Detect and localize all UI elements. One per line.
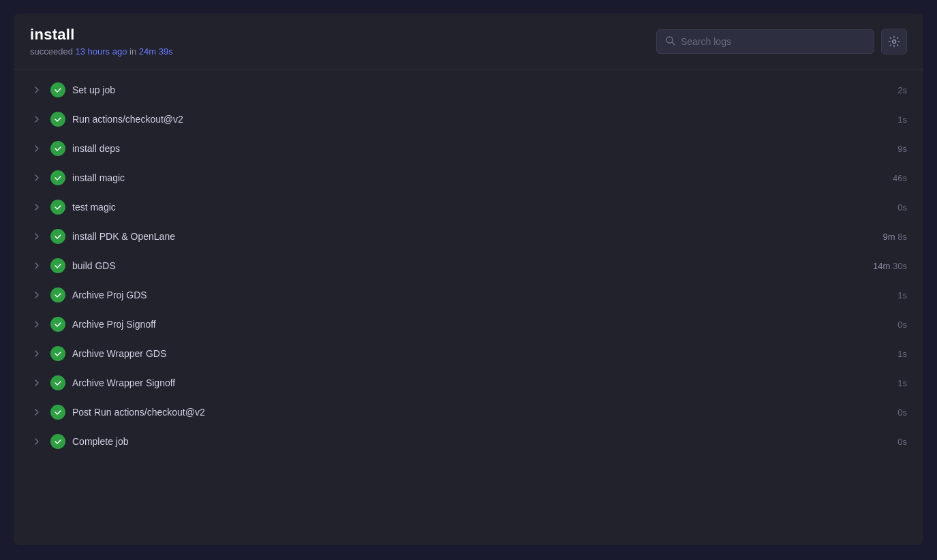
success-icon bbox=[50, 170, 65, 185]
job-duration: 1s bbox=[897, 290, 907, 300]
chevron-icon[interactable] bbox=[30, 230, 44, 243]
title-bold: all bbox=[57, 26, 74, 43]
job-duration: 0s bbox=[897, 437, 907, 447]
job-name: Archive Wrapper GDS bbox=[72, 348, 897, 359]
duration-seconds: 1s bbox=[897, 114, 907, 125]
job-duration: 0s bbox=[897, 320, 907, 330]
duration-seconds: 0s bbox=[897, 407, 907, 418]
status-text: succeeded bbox=[30, 46, 73, 57]
job-name: install magic bbox=[72, 172, 893, 183]
settings-button[interactable] bbox=[881, 29, 907, 55]
job-item[interactable]: Set up job 2s bbox=[19, 76, 918, 104]
duration-seconds: 1s bbox=[897, 349, 907, 359]
chevron-icon[interactable] bbox=[30, 200, 44, 214]
svg-point-2 bbox=[893, 40, 896, 43]
duration-seconds: 0s bbox=[897, 437, 907, 447]
chevron-icon[interactable] bbox=[30, 171, 44, 185]
success-icon bbox=[50, 346, 65, 361]
success-icon bbox=[50, 82, 65, 97]
search-box[interactable] bbox=[656, 29, 874, 54]
job-name: Archive Proj GDS bbox=[72, 290, 897, 300]
duration-seconds: 39s bbox=[159, 46, 173, 57]
duration-seconds: 0s bbox=[897, 320, 907, 330]
job-item[interactable]: install magic 46s bbox=[19, 164, 918, 192]
chevron-icon[interactable] bbox=[30, 142, 44, 155]
duration-seconds: 2s bbox=[897, 85, 907, 95]
job-duration: 0s bbox=[897, 202, 907, 213]
duration-minutes: 14m bbox=[873, 261, 890, 271]
search-icon bbox=[665, 35, 675, 48]
job-item[interactable]: test magic 0s bbox=[19, 193, 918, 221]
success-icon bbox=[50, 317, 65, 332]
duration-minutes: 24m bbox=[139, 46, 156, 57]
duration-seconds: 1s bbox=[897, 290, 907, 300]
chevron-icon[interactable] bbox=[30, 435, 44, 448]
job-name: Complete job bbox=[72, 436, 897, 447]
job-item[interactable]: Archive Wrapper Signoff 1s bbox=[19, 369, 918, 397]
job-item[interactable]: Complete job 0s bbox=[19, 427, 918, 456]
job-duration: 46s bbox=[893, 173, 907, 183]
success-icon bbox=[50, 229, 65, 244]
chevron-icon[interactable] bbox=[30, 405, 44, 419]
job-duration: 2s bbox=[897, 85, 907, 95]
job-duration: 0s bbox=[897, 407, 907, 418]
chevron-icon[interactable] bbox=[30, 83, 44, 97]
job-name: Run actions/checkout@v2 bbox=[72, 114, 897, 125]
job-duration: 9s bbox=[897, 144, 907, 154]
success-icon bbox=[50, 434, 65, 449]
chevron-icon[interactable] bbox=[30, 259, 44, 273]
job-name: install deps bbox=[72, 143, 897, 154]
duration-seconds: 46s bbox=[893, 173, 907, 183]
success-icon bbox=[50, 200, 65, 215]
job-name: build GDS bbox=[72, 260, 873, 271]
job-item[interactable]: Archive Proj GDS 1s bbox=[19, 281, 918, 309]
duration-seconds: 9s bbox=[897, 144, 907, 154]
job-item[interactable]: Post Run actions/checkout@v2 0s bbox=[19, 398, 918, 426]
header-right bbox=[656, 29, 907, 55]
chevron-icon[interactable] bbox=[30, 112, 44, 126]
duration-seconds: 1s bbox=[897, 378, 907, 388]
job-item[interactable]: install deps 9s bbox=[19, 134, 918, 163]
chevron-icon[interactable] bbox=[30, 288, 44, 302]
job-name: install PDK & OpenLane bbox=[72, 231, 883, 242]
job-title: install bbox=[30, 26, 173, 44]
job-subtitle: succeeded 13 hours ago in 24m 39s bbox=[30, 46, 173, 57]
job-item[interactable]: Archive Wrapper GDS 1s bbox=[19, 339, 918, 368]
job-duration: 1s bbox=[897, 114, 907, 125]
job-duration: 14m 30s bbox=[873, 261, 907, 271]
time-link[interactable]: 13 hours ago bbox=[76, 46, 127, 57]
header-left: install succeeded 13 hours ago in 24m 39… bbox=[30, 26, 173, 57]
job-name: test magic bbox=[72, 202, 897, 213]
job-duration: 1s bbox=[897, 378, 907, 388]
success-icon bbox=[50, 258, 65, 273]
header: install succeeded 13 hours ago in 24m 39… bbox=[14, 14, 923, 69]
job-name: Archive Wrapper Signoff bbox=[72, 377, 897, 388]
job-list: Set up job 2s Run actions/checkout@v2 1s… bbox=[14, 69, 923, 462]
duration-seconds: 30s bbox=[893, 261, 907, 271]
success-icon bbox=[50, 405, 65, 420]
job-name: Post Run actions/checkout@v2 bbox=[72, 407, 897, 418]
main-container: install succeeded 13 hours ago in 24m 39… bbox=[14, 14, 923, 545]
job-item[interactable]: Run actions/checkout@v2 1s bbox=[19, 105, 918, 134]
search-input[interactable] bbox=[681, 36, 865, 47]
success-icon bbox=[50, 112, 65, 127]
success-icon bbox=[50, 375, 65, 390]
duration-minutes: 9m bbox=[883, 232, 895, 242]
chevron-icon[interactable] bbox=[30, 376, 44, 390]
job-duration: 1s bbox=[897, 349, 907, 359]
title-prefix: inst bbox=[30, 26, 57, 43]
job-item[interactable]: build GDS 14m 30s bbox=[19, 251, 918, 280]
svg-line-1 bbox=[672, 42, 675, 45]
subtitle-in: in bbox=[129, 46, 139, 57]
chevron-icon[interactable] bbox=[30, 317, 44, 331]
job-name: Set up job bbox=[72, 84, 897, 95]
chevron-icon[interactable] bbox=[30, 347, 44, 360]
success-icon bbox=[50, 287, 65, 302]
duration-seconds: 0s bbox=[897, 202, 907, 213]
duration-seconds: 8s bbox=[897, 232, 907, 242]
job-duration: 9m 8s bbox=[883, 232, 907, 242]
job-name: Archive Proj Signoff bbox=[72, 319, 897, 330]
job-item[interactable]: Archive Proj Signoff 0s bbox=[19, 310, 918, 339]
job-item[interactable]: install PDK & OpenLane 9m 8s bbox=[19, 222, 918, 251]
success-icon bbox=[50, 141, 65, 156]
